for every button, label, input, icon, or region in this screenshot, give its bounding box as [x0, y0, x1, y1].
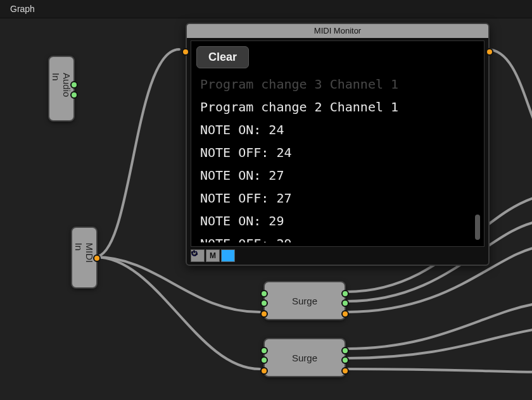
scrollbar[interactable] [475, 215, 480, 240]
audio-out-port[interactable] [341, 299, 349, 307]
window-title[interactable]: MIDI Monitor [187, 24, 488, 38]
audio-out-port[interactable] [341, 356, 349, 364]
log-line: NOTE ON: 27 [200, 164, 475, 187]
node-surge-1[interactable]: Surge [263, 281, 346, 320]
audio-in-port[interactable] [260, 356, 268, 364]
log-line: NOTE OFF: 27 [200, 187, 475, 209]
node-midi-in[interactable]: MIDI In [71, 227, 98, 289]
audio-out-port[interactable] [341, 347, 349, 354]
node-label: MIDI In [73, 243, 95, 273]
log-line: NOTE OFF: 24 [200, 141, 475, 164]
log-line: NOTE ON: 24 [200, 118, 475, 141]
midi-in-port[interactable] [260, 367, 268, 375]
midi-out-port[interactable] [341, 367, 349, 375]
midi-out-port[interactable] [341, 310, 349, 318]
audio-out-port[interactable] [70, 91, 78, 99]
audio-in-port[interactable] [260, 299, 268, 307]
audio-in-port[interactable] [260, 347, 268, 354]
node-audio-in[interactable]: Audio In [48, 56, 75, 122]
midi-log: Program change 3 Channel 1 Program chang… [200, 73, 475, 242]
audio-in-port[interactable] [260, 290, 268, 297]
graph-canvas[interactable]: Audio In MIDI In Surge Surge MIDI Monito… [0, 18, 532, 400]
tab-bar: Graph [0, 0, 532, 18]
node-label: Surge [292, 353, 317, 363]
node-label: Audio In [51, 73, 72, 104]
midi-in-port[interactable] [260, 310, 268, 318]
midi-out-port[interactable] [486, 48, 493, 56]
midi-in-port[interactable] [182, 48, 189, 56]
mute-button[interactable]: M [206, 249, 220, 262]
log-line: NOTE OFF: 29 [200, 232, 475, 242]
log-line: Program change 2 Channel 1 [200, 96, 475, 118]
midi-monitor-window[interactable]: MIDI Monitor Clear Program change 3 Chan… [186, 23, 490, 266]
clear-button[interactable]: Clear [196, 46, 249, 68]
midi-out-port[interactable] [93, 254, 101, 262]
power-icon[interactable] [221, 249, 235, 262]
audio-out-port[interactable] [70, 81, 78, 89]
audio-out-port[interactable] [341, 290, 349, 297]
gear-icon[interactable] [191, 249, 205, 262]
tab-graph[interactable]: Graph [3, 3, 42, 16]
node-label: Surge [292, 296, 317, 306]
log-panel: Clear Program change 3 Channel 1 Program… [191, 41, 484, 247]
log-line: Program change 3 Channel 1 [200, 73, 475, 96]
node-surge-2[interactable]: Surge [263, 338, 346, 377]
log-line: NOTE ON: 29 [200, 209, 475, 232]
window-footer: M [191, 249, 235, 262]
